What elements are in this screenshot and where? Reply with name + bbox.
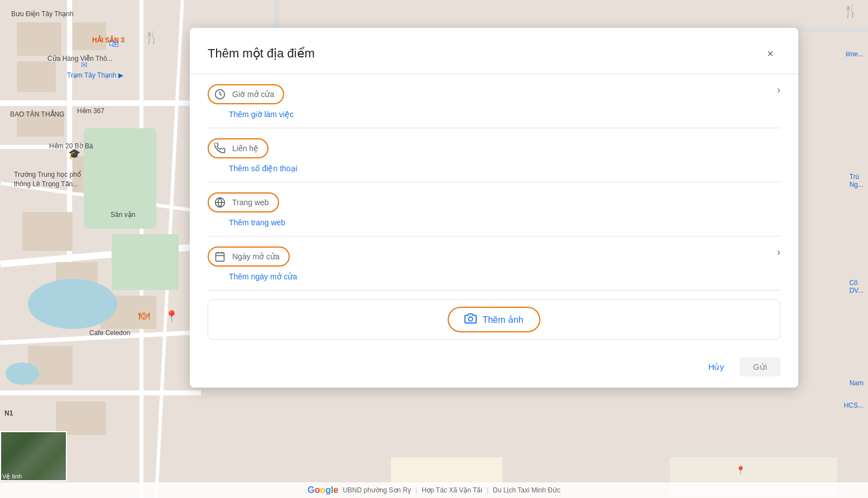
gio-mo-cua-oval: Giờ mở cửa: [208, 84, 284, 104]
map-bottom-text-3: Du Lịch Taxi Minh Đức: [493, 486, 560, 494]
section-lien-he: Liên hệ Thêm số điện thoại: [208, 128, 780, 182]
map-pin-top-right: 🍴: [843, 4, 858, 19]
add-photo-label: Thêm ảnh: [482, 315, 523, 325]
phone-icon: [213, 142, 227, 155]
map-pin-store: 🛍: [109, 38, 119, 50]
cancel-button[interactable]: Hủy: [699, 357, 733, 376]
modal-body: Giờ mở cửa › Thêm giờ làm việc Liên hệ T…: [190, 74, 798, 340]
add-opening-date-link[interactable]: Thêm ngày mở cửa: [208, 270, 780, 287]
modal-header: Thêm một địa điểm ×: [190, 28, 798, 74]
section-label-ngay: Ngày mở cửa: [232, 252, 280, 261]
section-ngay-mo-cua: Ngày mở cửa › Thêm ngày mở cửa: [208, 236, 780, 291]
modal-title: Thêm một địa điểm: [208, 46, 315, 61]
section-header-ngay: Ngày mở cửa ›: [208, 246, 780, 267]
map-bottom-separator: |: [415, 486, 417, 494]
chevron-right-icon-ngay: ›: [777, 246, 780, 258]
section-label-lien-he: Liên hệ: [232, 144, 258, 153]
map-pin-mail: ✉: [81, 60, 88, 69]
satellite-label: Vệ tinh: [2, 473, 22, 480]
section-trang-web: Trang web Thêm trang web: [208, 182, 780, 236]
map-pin-restaurant: 🍴: [144, 31, 159, 45]
photo-section: Thêm ảnh: [208, 299, 780, 340]
clock-icon: [213, 88, 227, 101]
map-bottom-text-1: UBND phường Sơn Ry: [343, 486, 411, 494]
map-bottom-separator-2: |: [487, 486, 488, 494]
svg-point-7: [469, 317, 473, 321]
close-icon: ×: [767, 47, 774, 60]
add-location-modal: Thêm một địa điểm × Giờ mở cửa ›: [190, 28, 798, 388]
lien-he-oval: Liên hệ: [208, 138, 268, 158]
svg-rect-3: [216, 253, 224, 261]
chevron-right-icon-gio: ›: [777, 84, 780, 96]
map-bottom-text-2: Hợp Tác Xã Vận Tải: [421, 486, 482, 494]
section-header-gio: Giờ mở cửa ›: [208, 84, 780, 104]
add-photo-button[interactable]: Thêm ảnh: [448, 307, 540, 332]
map-pin-bottom: 📍: [736, 466, 745, 475]
add-website-link[interactable]: Thêm trang web: [208, 216, 780, 233]
ngay-mo-cua-oval: Ngày mở cửa: [208, 246, 290, 267]
calendar-icon: [213, 250, 227, 263]
section-label-trang-web: Trang web: [232, 198, 269, 207]
camera-icon: [464, 312, 477, 327]
add-working-hours-link[interactable]: Thêm giờ làm việc: [208, 108, 780, 124]
add-photo-oval: Thêm ảnh: [448, 307, 540, 332]
section-label-gio: Giờ mở cửa: [232, 90, 274, 99]
section-header-trang-web: Trang web: [208, 192, 780, 212]
add-phone-link[interactable]: Thêm số điện thoại: [208, 162, 780, 178]
globe-icon: [213, 196, 227, 209]
map-pin-school: 🎓: [68, 148, 80, 160]
close-button[interactable]: ×: [760, 43, 780, 64]
map-pin-green: 📍: [165, 310, 179, 323]
section-header-lien-he: Liên hệ: [208, 138, 780, 158]
google-logo: Google: [308, 485, 338, 495]
map-pin-cafe: 🍽: [138, 310, 150, 322]
send-button[interactable]: Gửi: [740, 357, 780, 376]
modal-footer: Hủy Gửi: [190, 351, 798, 388]
trang-web-oval: Trang web: [208, 192, 279, 212]
map-bottom-bar: Google UBND phường Sơn Ry | Hợp Tác Xã V…: [0, 482, 868, 498]
section-gio-mo-cua: Giờ mở cửa › Thêm giờ làm việc: [208, 74, 780, 128]
